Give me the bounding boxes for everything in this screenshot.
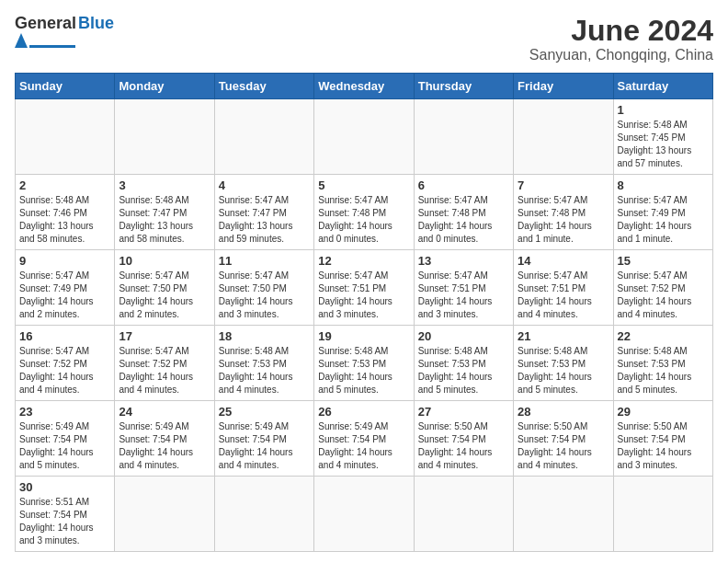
day-number: 28 xyxy=(518,405,609,419)
calendar-subtitle: Sanyuan, Chongqing, China xyxy=(529,47,713,63)
calendar-day-cell: 28Sunrise: 5:50 AM Sunset: 7:54 PM Dayli… xyxy=(514,401,613,477)
day-info: Sunrise: 5:49 AM Sunset: 7:54 PM Dayligh… xyxy=(19,420,110,472)
calendar-body: 1Sunrise: 5:48 AM Sunset: 7:45 PM Daylig… xyxy=(16,99,713,552)
calendar-week-row: 2Sunrise: 5:48 AM Sunset: 7:46 PM Daylig… xyxy=(16,175,713,250)
day-info: Sunrise: 5:48 AM Sunset: 7:45 PM Dayligh… xyxy=(618,119,709,170)
day-info: Sunrise: 5:47 AM Sunset: 7:51 PM Dayligh… xyxy=(318,270,409,321)
calendar-day-cell: 22Sunrise: 5:48 AM Sunset: 7:53 PM Dayli… xyxy=(613,326,712,401)
day-info: Sunrise: 5:48 AM Sunset: 7:53 PM Dayligh… xyxy=(219,345,310,396)
day-number: 7 xyxy=(518,178,609,192)
day-number: 30 xyxy=(19,480,110,494)
day-info: Sunrise: 5:49 AM Sunset: 7:54 PM Dayligh… xyxy=(219,420,310,472)
calendar-day-cell: 17Sunrise: 5:47 AM Sunset: 7:52 PM Dayli… xyxy=(115,326,214,401)
day-info: Sunrise: 5:49 AM Sunset: 7:54 PM Dayligh… xyxy=(119,420,210,472)
day-info: Sunrise: 5:48 AM Sunset: 7:46 PM Dayligh… xyxy=(19,194,110,246)
weekday-header-cell: Monday xyxy=(115,74,214,99)
calendar-day-cell xyxy=(414,99,513,175)
day-info: Sunrise: 5:47 AM Sunset: 7:49 PM Dayligh… xyxy=(19,270,110,321)
day-number: 4 xyxy=(219,178,310,192)
day-info: Sunrise: 5:47 AM Sunset: 7:51 PM Dayligh… xyxy=(418,270,509,321)
calendar-day-cell xyxy=(514,477,613,552)
day-info: Sunrise: 5:48 AM Sunset: 7:53 PM Dayligh… xyxy=(418,345,509,396)
day-info: Sunrise: 5:47 AM Sunset: 7:50 PM Dayligh… xyxy=(219,270,310,321)
calendar-day-cell xyxy=(16,99,115,175)
calendar-day-cell xyxy=(514,99,613,175)
calendar-day-cell: 9Sunrise: 5:47 AM Sunset: 7:49 PM Daylig… xyxy=(16,250,115,326)
page-header: General Blue June 2024 Sanyuan, Chongqin… xyxy=(15,15,713,63)
day-info: Sunrise: 5:47 AM Sunset: 7:52 PM Dayligh… xyxy=(119,345,210,396)
day-number: 26 xyxy=(318,405,409,419)
day-info: Sunrise: 5:50 AM Sunset: 7:54 PM Dayligh… xyxy=(618,420,709,472)
day-number: 16 xyxy=(19,329,110,343)
day-info: Sunrise: 5:48 AM Sunset: 7:53 PM Dayligh… xyxy=(318,345,409,396)
day-number: 9 xyxy=(19,254,110,268)
calendar-day-cell: 11Sunrise: 5:47 AM Sunset: 7:50 PM Dayli… xyxy=(214,250,313,326)
day-number: 29 xyxy=(618,405,709,419)
calendar-day-cell: 30Sunrise: 5:51 AM Sunset: 7:54 PM Dayli… xyxy=(16,477,115,552)
calendar-week-row: 23Sunrise: 5:49 AM Sunset: 7:54 PM Dayli… xyxy=(16,401,713,477)
day-number: 1 xyxy=(618,103,709,117)
logo: General Blue xyxy=(15,15,114,48)
day-number: 14 xyxy=(518,254,609,268)
day-number: 8 xyxy=(618,178,709,192)
calendar-day-cell: 2Sunrise: 5:48 AM Sunset: 7:46 PM Daylig… xyxy=(16,175,115,250)
calendar-day-cell: 24Sunrise: 5:49 AM Sunset: 7:54 PM Dayli… xyxy=(115,401,214,477)
day-info: Sunrise: 5:50 AM Sunset: 7:54 PM Dayligh… xyxy=(418,420,509,472)
calendar-day-cell: 18Sunrise: 5:48 AM Sunset: 7:53 PM Dayli… xyxy=(214,326,313,401)
calendar-title: June 2024 xyxy=(529,15,713,47)
logo-general: General xyxy=(15,15,76,31)
day-number: 5 xyxy=(318,178,409,192)
calendar-day-cell: 14Sunrise: 5:47 AM Sunset: 7:51 PM Dayli… xyxy=(514,250,613,326)
weekday-header-cell: Friday xyxy=(514,74,613,99)
day-number: 25 xyxy=(219,405,310,419)
weekday-header-cell: Saturday xyxy=(613,74,712,99)
day-number: 3 xyxy=(119,178,210,192)
calendar-day-cell xyxy=(613,477,712,552)
day-number: 6 xyxy=(418,178,509,192)
weekday-header-row: SundayMondayTuesdayWednesdayThursdayFrid… xyxy=(16,74,713,99)
day-info: Sunrise: 5:48 AM Sunset: 7:53 PM Dayligh… xyxy=(618,345,709,396)
day-info: Sunrise: 5:49 AM Sunset: 7:54 PM Dayligh… xyxy=(318,420,409,472)
calendar-day-cell: 26Sunrise: 5:49 AM Sunset: 7:54 PM Dayli… xyxy=(314,401,414,477)
calendar-day-cell: 4Sunrise: 5:47 AM Sunset: 7:47 PM Daylig… xyxy=(214,175,313,250)
calendar-day-cell: 8Sunrise: 5:47 AM Sunset: 7:49 PM Daylig… xyxy=(613,175,712,250)
calendar-day-cell: 6Sunrise: 5:47 AM Sunset: 7:48 PM Daylig… xyxy=(414,175,513,250)
calendar-day-cell: 7Sunrise: 5:47 AM Sunset: 7:48 PM Daylig… xyxy=(514,175,613,250)
calendar-day-cell: 23Sunrise: 5:49 AM Sunset: 7:54 PM Dayli… xyxy=(16,401,115,477)
day-number: 2 xyxy=(19,178,110,192)
day-number: 18 xyxy=(219,329,310,343)
day-info: Sunrise: 5:47 AM Sunset: 7:52 PM Dayligh… xyxy=(618,270,709,321)
calendar-day-cell xyxy=(214,99,313,175)
calendar-day-cell: 3Sunrise: 5:48 AM Sunset: 7:47 PM Daylig… xyxy=(115,175,214,250)
day-info: Sunrise: 5:47 AM Sunset: 7:47 PM Dayligh… xyxy=(219,194,310,246)
calendar-table: SundayMondayTuesdayWednesdayThursdayFrid… xyxy=(15,73,713,552)
weekday-header-cell: Tuesday xyxy=(214,74,313,99)
calendar-week-row: 9Sunrise: 5:47 AM Sunset: 7:49 PM Daylig… xyxy=(16,250,713,326)
weekday-header-cell: Thursday xyxy=(414,74,513,99)
calendar-day-cell: 25Sunrise: 5:49 AM Sunset: 7:54 PM Dayli… xyxy=(214,401,313,477)
day-number: 11 xyxy=(219,254,310,268)
day-number: 15 xyxy=(618,254,709,268)
calendar-week-row: 1Sunrise: 5:48 AM Sunset: 7:45 PM Daylig… xyxy=(16,99,713,175)
calendar-week-row: 16Sunrise: 5:47 AM Sunset: 7:52 PM Dayli… xyxy=(16,326,713,401)
day-info: Sunrise: 5:48 AM Sunset: 7:47 PM Dayligh… xyxy=(119,194,210,246)
calendar-day-cell: 27Sunrise: 5:50 AM Sunset: 7:54 PM Dayli… xyxy=(414,401,513,477)
day-number: 12 xyxy=(318,254,409,268)
day-number: 20 xyxy=(418,329,509,343)
day-info: Sunrise: 5:47 AM Sunset: 7:48 PM Dayligh… xyxy=(518,194,609,246)
day-info: Sunrise: 5:47 AM Sunset: 7:51 PM Dayligh… xyxy=(518,270,609,321)
day-number: 23 xyxy=(19,405,110,419)
day-number: 27 xyxy=(418,405,509,419)
day-number: 22 xyxy=(618,329,709,343)
calendar-day-cell: 5Sunrise: 5:47 AM Sunset: 7:48 PM Daylig… xyxy=(314,175,414,250)
weekday-header-cell: Wednesday xyxy=(314,74,414,99)
weekday-header-cell: Sunday xyxy=(16,74,115,99)
calendar-week-row: 30Sunrise: 5:51 AM Sunset: 7:54 PM Dayli… xyxy=(16,477,713,552)
calendar-day-cell xyxy=(314,477,414,552)
calendar-day-cell: 12Sunrise: 5:47 AM Sunset: 7:51 PM Dayli… xyxy=(314,250,414,326)
calendar-day-cell: 20Sunrise: 5:48 AM Sunset: 7:53 PM Dayli… xyxy=(414,326,513,401)
day-number: 13 xyxy=(418,254,509,268)
calendar-day-cell: 21Sunrise: 5:48 AM Sunset: 7:53 PM Dayli… xyxy=(514,326,613,401)
day-info: Sunrise: 5:47 AM Sunset: 7:48 PM Dayligh… xyxy=(318,194,409,246)
calendar-day-cell: 15Sunrise: 5:47 AM Sunset: 7:52 PM Dayli… xyxy=(613,250,712,326)
